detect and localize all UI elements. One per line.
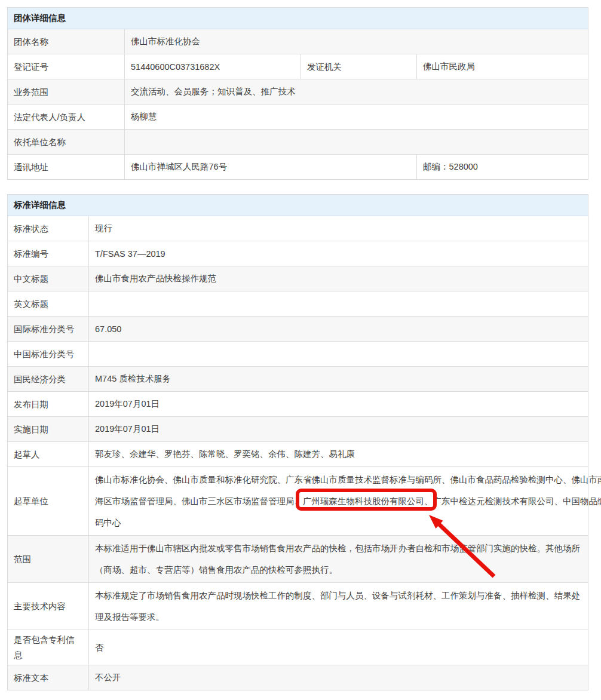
table-row: 登记证号 51440600C03731682X 发证机关 佛山市民政局 [8, 54, 588, 79]
table-row: 团体名称 佛山市标准化协会 [8, 29, 588, 54]
table-row: 业务范围 交流活动、会员服务；知识普及、推广技术 [8, 79, 588, 105]
table-row: 法定代表人/负责人 杨柳慧 [8, 105, 588, 130]
row-value: 51440600C03731682X [125, 54, 301, 79]
table-row: 通讯地址 佛山市禅城区人民路76号 邮编：528000 [8, 155, 588, 180]
table-row: 标准编号 T/FSAS 37—2019 [8, 241, 588, 266]
row-label: 发证机关 [301, 54, 417, 79]
row-label: 起草单位 [8, 467, 89, 536]
drafting-units-line1: 佛山市标准化协会、佛山市质量和标准化研究院、广东省佛山市质量技术监督标准与编码所… [95, 469, 582, 490]
standard-table-title: 标准详细信息 [8, 195, 588, 216]
group-table-header: 团体详细信息 [8, 8, 588, 29]
row-label: 标准状态 [8, 216, 89, 241]
row-value: M745 质检技术服务 [89, 367, 588, 392]
row-label: 是否包含专利信息 [8, 630, 89, 665]
standard-detail-page: 团体详细信息 团体名称 佛山市标准化协会 登记证号 51440600C03731… [0, 0, 601, 700]
row-label: 依托单位名称 [8, 130, 125, 155]
standard-table-header: 标准详细信息 [8, 195, 588, 216]
drafting-units-cell: 佛山市标准化协会、佛山市质量和标准化研究院、广东省佛山市质量技术监督标准与编码所… [89, 467, 588, 536]
row-label: 标准文本 [8, 665, 89, 690]
table-row: 中国标准分类号 [8, 342, 588, 367]
row-value: 不公开 [89, 665, 588, 690]
row-label: 业务范围 [8, 79, 125, 105]
row-value: 佛山市禅城区人民路76号 [125, 155, 417, 180]
table-row: 英文标题 [8, 291, 588, 317]
row-value: 本标准适用于佛山市辖区内批发或零售市场销售食用农产品的快检，包括市场开办者自检和… [89, 536, 588, 583]
row-label: 主要技术内容 [8, 583, 89, 630]
row-value: 2019年07月01日 [89, 417, 588, 442]
group-info-table: 团体详细信息 团体名称 佛山市标准化协会 登记证号 51440600C03731… [7, 7, 588, 180]
table-row: 国民经济分类 M745 质检技术服务 [8, 367, 588, 392]
row-label: 发布日期 [8, 392, 89, 417]
drafting-units-line3: 码中心 [95, 512, 582, 533]
row-label: 通讯地址 [8, 155, 125, 180]
table-row: 标准文本 不公开 [8, 665, 588, 690]
row-value [89, 291, 588, 317]
row-value: 郭友珍、余建华、罗艳芬、陈常晓、罗奕铭、余伟、陈建芳、易礼康 [89, 442, 588, 467]
row-label: 中国标准分类号 [8, 342, 89, 367]
table-row: 主要技术内容 本标准规定了市场销售食用农产品时现场快检工作的制度、部门与人员、设… [8, 583, 588, 630]
row-label: 中文标题 [8, 266, 89, 291]
row-label: 登记证号 [8, 54, 125, 79]
row-value: 67.050 [89, 317, 588, 342]
standard-info-table: 标准详细信息 标准状态 现行 标准编号 T/FSAS 37—2019 中文标题 … [7, 194, 588, 690]
table-row: 实施日期 2019年07月01日 [8, 417, 588, 442]
row-value [89, 342, 588, 367]
row-value: 否 [89, 630, 588, 665]
row-value: 交流活动、会员服务；知识普及、推广技术 [125, 79, 588, 105]
table-row: 是否包含专利信息 否 [8, 630, 588, 665]
row-value: 佛山市标准化协会 [125, 29, 588, 54]
table-row: 依托单位名称 [8, 130, 588, 155]
table-row: 国际标准分类号 67.050 [8, 317, 588, 342]
row-label: 国际标准分类号 [8, 317, 89, 342]
table-row: 发布日期 2019年07月01日 [8, 392, 588, 417]
postal-code-value: 邮编：528000 [417, 155, 588, 180]
row-label: 范围 [8, 536, 89, 583]
row-label: 团体名称 [8, 29, 125, 54]
row-value: 佛山市食用农产品快检操作规范 [89, 266, 588, 291]
row-label: 起草人 [8, 442, 89, 467]
row-value: 本标准规定了市场销售食用农产品时现场快检工作的制度、部门与人员、设备与试剂耗材、… [89, 583, 588, 630]
table-row-drafting-units: 起草单位 佛山市标准化协会、佛山市质量和标准化研究院、广东省佛山市质量技术监督标… [8, 467, 588, 536]
row-value: 现行 [89, 216, 588, 241]
table-row: 标准状态 现行 [8, 216, 588, 241]
row-value: 佛山市民政局 [417, 54, 588, 79]
row-value [125, 130, 588, 155]
table-row: 起草人 郭友珍、余建华、罗艳芬、陈常晓、罗奕铭、余伟、陈建芳、易礼康 [8, 442, 588, 467]
row-label: 英文标题 [8, 291, 89, 317]
row-label: 实施日期 [8, 417, 89, 442]
row-label: 标准编号 [8, 241, 89, 266]
row-label: 法定代表人/负责人 [8, 105, 125, 130]
row-label: 国民经济分类 [8, 367, 89, 392]
row-value: 杨柳慧 [125, 105, 588, 130]
highlighted-company-text: 广州瑞森生物科技股份有限公司、 [303, 496, 433, 506]
table-row: 范围 本标准适用于佛山市辖区内批发或零售市场销售食用农产品的快检，包括市场开办者… [8, 536, 588, 583]
row-value: T/FSAS 37—2019 [89, 241, 588, 266]
line2-pre-text: 海区市场监督管理局、佛山市三水区市场监督管理局、 [95, 496, 303, 506]
row-value: 2019年07月01日 [89, 392, 588, 417]
table-row: 中文标题 佛山市食用农产品快检操作规范 [8, 266, 588, 291]
line2-post-text: 广东中检达元检测技术有限公司、中国物品编 [433, 496, 601, 506]
group-table-title: 团体详细信息 [8, 8, 588, 29]
annotation-highlight-box: 广州瑞森生物科技股份有限公司、 [303, 496, 433, 506]
drafting-units-line2: 海区市场监督管理局、佛山市三水区市场监督管理局、广州瑞森生物科技股份有限公司、广… [95, 490, 582, 512]
